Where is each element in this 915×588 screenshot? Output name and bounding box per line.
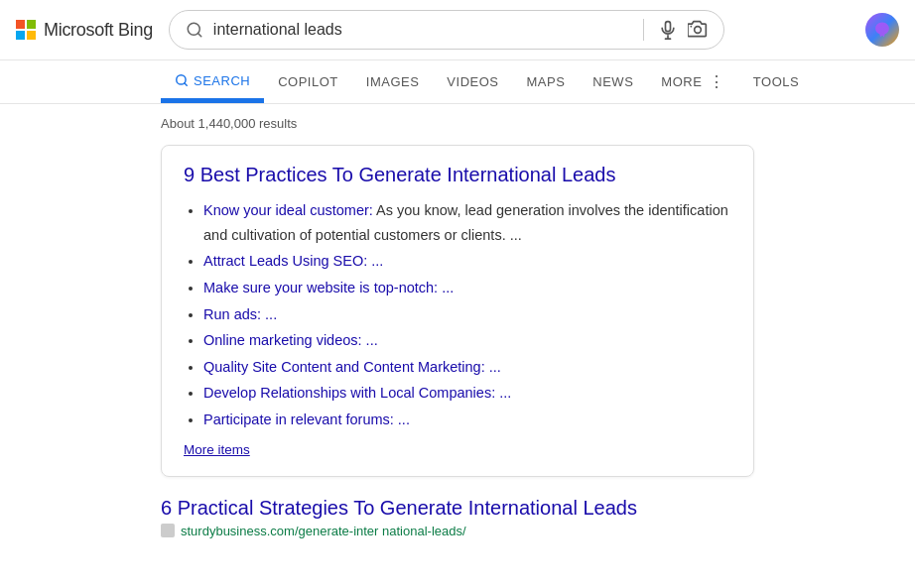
result-title-1[interactable]: 9 Best Practices To Generate Internation… bbox=[184, 164, 731, 186]
nav-videos-label: VIDEOS bbox=[447, 74, 498, 89]
list-item-rest: ... bbox=[499, 385, 511, 401]
list-item-main: Attract Leads Using SEO: bbox=[203, 253, 367, 269]
svg-rect-6 bbox=[690, 26, 692, 28]
list-item: Develop Relationships with Local Compani… bbox=[203, 381, 731, 406]
list-item: Attract Leads Using SEO: ... bbox=[203, 249, 731, 274]
result-card-1: 9 Best Practices To Generate Internation… bbox=[161, 145, 754, 477]
nav-news-label: NEWS bbox=[592, 74, 633, 89]
nav-item-news[interactable]: NEWS bbox=[579, 62, 647, 101]
svg-point-5 bbox=[695, 27, 702, 34]
list-item: Know your ideal customer: As you know, l… bbox=[203, 198, 731, 247]
list-item: Run ads: ... bbox=[203, 302, 731, 327]
microphone-button[interactable] bbox=[658, 20, 678, 40]
camera-icon bbox=[688, 20, 708, 40]
favicon-icon bbox=[161, 524, 175, 537]
list-item-main: Run ads: bbox=[203, 306, 261, 322]
result-url-row: sturdybusiness.com/generate-inter nation… bbox=[161, 524, 754, 538]
list-item-rest: ... bbox=[265, 306, 277, 322]
list-item-main: Develop Relationships with Local Compani… bbox=[203, 385, 495, 401]
header: Microsoft Bing bbox=[0, 0, 915, 60]
search-input[interactable] bbox=[213, 21, 629, 39]
list-item: Participate in relevant forums: ... bbox=[203, 408, 731, 432]
search-divider bbox=[643, 19, 644, 41]
nav-item-search[interactable]: SEARCH bbox=[161, 61, 264, 103]
list-item-rest: ... bbox=[489, 359, 501, 375]
more-items-link[interactable]: More items bbox=[184, 442, 250, 457]
list-item-rest: ... bbox=[371, 253, 383, 269]
nav-copilot-label: COPILOT bbox=[278, 74, 338, 89]
copilot-avatar[interactable] bbox=[865, 13, 899, 47]
list-item: Make sure your website is top-notch: ... bbox=[203, 276, 731, 300]
copilot-icon bbox=[872, 20, 892, 40]
nav-more-label: MORE bbox=[661, 74, 702, 89]
nav-bar: SEARCH COPILOT IMAGES VIDEOS MAPS NEWS M… bbox=[0, 60, 915, 104]
result-title-2[interactable]: 6 Practical Strategies To Generate Inter… bbox=[161, 497, 754, 520]
nav-item-more[interactable]: MORE ⋮ bbox=[647, 60, 739, 103]
svg-line-8 bbox=[185, 83, 188, 86]
list-item: Online marketing videos: ... bbox=[203, 328, 731, 353]
search-icon bbox=[186, 21, 203, 39]
result-card-2: 6 Practical Strategies To Generate Inter… bbox=[161, 493, 754, 542]
results-count: About 1,440,000 results bbox=[161, 116, 754, 131]
list-item-rest: ... bbox=[366, 332, 378, 348]
nav-item-maps[interactable]: MAPS bbox=[512, 62, 579, 101]
bing-brand-text: Microsoft Bing bbox=[44, 20, 153, 41]
nav-item-tools[interactable]: TOOLS bbox=[739, 62, 813, 101]
nav-item-images[interactable]: IMAGES bbox=[352, 62, 434, 101]
list-item-main: Make sure your website is top-notch: bbox=[203, 280, 438, 295]
list-item-main: Online marketing videos: bbox=[203, 332, 362, 348]
result-url: sturdybusiness.com/generate-inter nation… bbox=[181, 524, 466, 538]
nav-search-label: SEARCH bbox=[194, 73, 250, 88]
main-content: About 1,440,000 results 9 Best Practices… bbox=[0, 104, 915, 562]
visual-search-button[interactable] bbox=[688, 20, 708, 40]
more-dots-icon: ⋮ bbox=[709, 72, 725, 91]
list-item-main: Know your ideal customer: bbox=[203, 202, 373, 218]
nav-item-copilot[interactable]: COPILOT bbox=[264, 62, 352, 101]
nav-maps-label: MAPS bbox=[526, 74, 565, 89]
search-nav-icon bbox=[175, 73, 189, 87]
svg-line-1 bbox=[197, 33, 200, 36]
nav-item-videos[interactable]: VIDEOS bbox=[433, 62, 512, 101]
nav-images-label: IMAGES bbox=[366, 74, 420, 89]
list-item-rest: ... bbox=[398, 412, 410, 427]
header-icons bbox=[865, 13, 899, 47]
list-item-main: Participate in relevant forums: bbox=[203, 412, 394, 427]
result-list-1: Know your ideal customer: As you know, l… bbox=[184, 198, 731, 432]
mic-icon bbox=[658, 20, 678, 40]
microsoft-logo-icon bbox=[16, 20, 36, 40]
nav-tools-label: TOOLS bbox=[753, 74, 799, 89]
search-bar[interactable] bbox=[169, 10, 724, 50]
logo-area: Microsoft Bing bbox=[16, 20, 153, 41]
list-item-main: Quality Site Content and Content Marketi… bbox=[203, 359, 485, 375]
list-item: Quality Site Content and Content Marketi… bbox=[203, 355, 731, 380]
list-item-rest: ... bbox=[442, 280, 454, 295]
svg-rect-2 bbox=[665, 22, 670, 32]
